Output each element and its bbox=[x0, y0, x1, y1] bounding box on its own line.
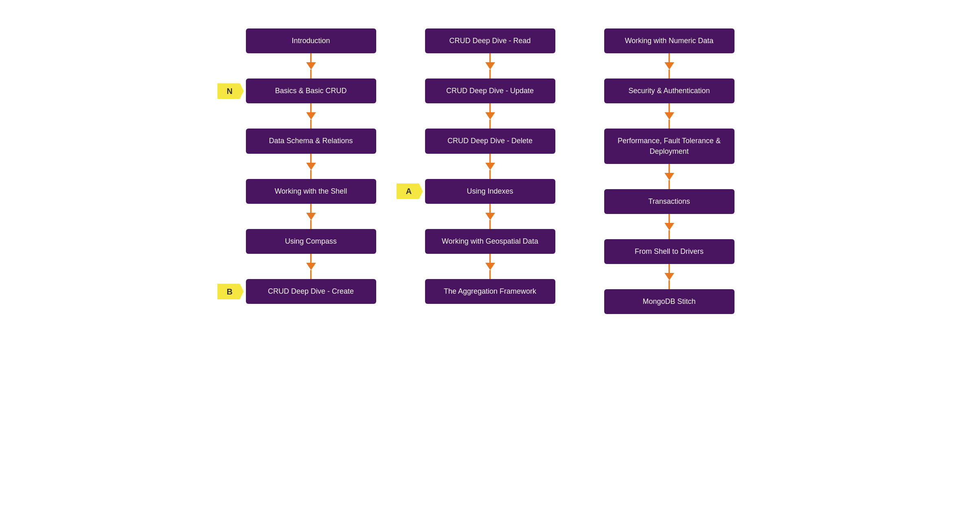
arrow-down-icon bbox=[664, 223, 674, 230]
arrow-line bbox=[310, 220, 311, 229]
box-col2-2: CRUD Deep Dive - Delete bbox=[425, 129, 555, 153]
arrow-line bbox=[489, 204, 491, 213]
arrow-down-icon bbox=[485, 213, 495, 220]
box-col3-2: Performance, Fault Tolerance & Deploymen… bbox=[604, 129, 734, 164]
arrow-connector bbox=[664, 103, 674, 129]
column-3: Working with Numeric Data Security & Aut… bbox=[604, 28, 734, 314]
col3-item-3: Performance, Fault Tolerance & Deploymen… bbox=[604, 129, 734, 189]
arrow-line bbox=[310, 270, 311, 279]
arrow-line bbox=[489, 154, 491, 163]
box-col2-4: Working with Geospatial Data bbox=[425, 229, 555, 254]
arrow-connector bbox=[485, 154, 495, 179]
col1-item-2: Basics & Basic CRUDN bbox=[246, 79, 376, 129]
arrow-line bbox=[310, 204, 311, 213]
arrow-line bbox=[669, 214, 670, 223]
arrow-down-icon bbox=[664, 112, 674, 120]
arrow-down-icon bbox=[306, 62, 316, 70]
box-col3-1: Security & Authentication bbox=[604, 79, 734, 103]
arrow-connector bbox=[306, 154, 316, 179]
box-col1-0: Introduction bbox=[246, 28, 376, 53]
arrow-down-icon bbox=[306, 263, 316, 270]
arrow-connector bbox=[306, 254, 316, 279]
col3-item-5: From Shell to Drivers bbox=[604, 239, 734, 289]
col1-item-5: Using Compass bbox=[246, 229, 376, 279]
arrow-line bbox=[310, 254, 311, 263]
column-2: CRUD Deep Dive - Read CRUD Deep Dive - U… bbox=[425, 28, 555, 314]
arrow-connector bbox=[485, 103, 495, 129]
arrow-connector bbox=[485, 53, 495, 79]
box-col1-4: Using Compass bbox=[246, 229, 376, 254]
arrow-line bbox=[489, 220, 491, 229]
arrow-line bbox=[489, 120, 491, 129]
arrow-line bbox=[310, 120, 311, 129]
arrow-line bbox=[489, 270, 491, 279]
arrow-connector bbox=[664, 53, 674, 79]
arrow-line bbox=[310, 154, 311, 163]
box-col2-1: CRUD Deep Dive - Update bbox=[425, 79, 555, 103]
column-1: Introduction Basics & Basic CRUDN Data S… bbox=[246, 28, 376, 314]
arrow-line bbox=[489, 170, 491, 179]
col1-item-4: Working with the Shell bbox=[246, 179, 376, 229]
arrow-down-icon bbox=[664, 173, 674, 180]
arrow-connector bbox=[664, 264, 674, 289]
arrow-line bbox=[310, 70, 311, 79]
arrow-down-icon bbox=[485, 112, 495, 120]
arrow-connector bbox=[485, 254, 495, 279]
arrow-line bbox=[669, 230, 670, 239]
arrow-line bbox=[669, 180, 670, 189]
box-col1-2: Data Schema & Relations bbox=[246, 129, 376, 153]
box-col1-1: Basics & Basic CRUD bbox=[246, 79, 376, 103]
arrow-connector bbox=[664, 214, 674, 239]
arrow-connector bbox=[306, 103, 316, 129]
arrow-line bbox=[489, 103, 491, 112]
arrow-line bbox=[669, 120, 670, 129]
arrow-line bbox=[669, 280, 670, 289]
badge-A: A bbox=[397, 183, 423, 199]
arrow-down-icon bbox=[306, 163, 316, 170]
arrow-line bbox=[669, 103, 670, 112]
arrow-down-icon bbox=[485, 62, 495, 70]
arrow-connector bbox=[306, 204, 316, 229]
col1-item-3: Data Schema & Relations bbox=[246, 129, 376, 179]
col2-item-5: Working with Geospatial Data bbox=[425, 229, 555, 279]
arrow-line bbox=[489, 254, 491, 263]
arrow-down-icon bbox=[306, 112, 316, 120]
arrow-connector bbox=[664, 164, 674, 189]
arrow-line bbox=[669, 164, 670, 173]
arrow-line bbox=[489, 53, 491, 62]
box-col3-0: Working with Numeric Data bbox=[604, 28, 734, 53]
arrow-down-icon bbox=[485, 163, 495, 170]
box-col2-5: The Aggregation Framework bbox=[425, 279, 555, 304]
box-col1-5: CRUD Deep Dive - Create bbox=[246, 279, 376, 304]
arrow-line bbox=[310, 170, 311, 179]
col2-item-3: CRUD Deep Dive - Delete bbox=[425, 129, 555, 179]
badge-B: B bbox=[217, 284, 244, 299]
box-col1-3: Working with the Shell bbox=[246, 179, 376, 204]
col2-item-6: The Aggregation Framework bbox=[425, 279, 555, 304]
arrow-down-icon bbox=[306, 213, 316, 220]
arrow-connector bbox=[485, 204, 495, 229]
box-col2-3: Using Indexes bbox=[425, 179, 555, 204]
arrow-line bbox=[310, 53, 311, 62]
arrow-down-icon bbox=[664, 62, 674, 70]
arrow-connector bbox=[306, 53, 316, 79]
arrow-line bbox=[669, 264, 670, 273]
col1-item-1: Introduction bbox=[246, 28, 376, 79]
arrow-line bbox=[669, 53, 670, 62]
box-col3-3: Transactions bbox=[604, 189, 734, 214]
box-col3-5: MongoDB Stitch bbox=[604, 289, 734, 314]
col2-item-2: CRUD Deep Dive - Update bbox=[425, 79, 555, 129]
arrow-down-icon bbox=[485, 263, 495, 270]
col1-item-6: CRUD Deep Dive - CreateB bbox=[246, 279, 376, 304]
box-col3-4: From Shell to Drivers bbox=[604, 239, 734, 264]
col3-item-1: Working with Numeric Data bbox=[604, 28, 734, 79]
col3-item-2: Security & Authentication bbox=[604, 79, 734, 129]
col2-item-4: Using IndexesA bbox=[425, 179, 555, 229]
arrow-line bbox=[489, 70, 491, 79]
arrow-line bbox=[669, 70, 670, 79]
col3-item-6: MongoDB Stitch bbox=[604, 289, 734, 314]
columns-layout: Introduction Basics & Basic CRUDN Data S… bbox=[246, 28, 734, 314]
diagram-container: Introduction Basics & Basic CRUDN Data S… bbox=[246, 28, 734, 395]
badge-N: N bbox=[217, 83, 244, 99]
arrow-down-icon bbox=[664, 273, 674, 280]
